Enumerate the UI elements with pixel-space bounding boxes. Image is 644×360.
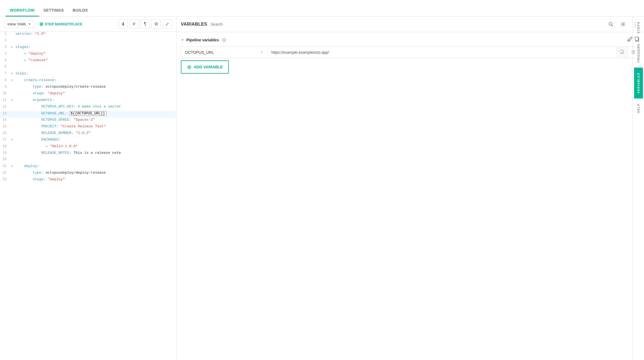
toolbar-icons: ⬇ # ¶ ⧉ ⤢ — [118, 19, 172, 29]
variable-equals: = — [258, 47, 265, 57]
edit-icon-btn[interactable] — [627, 37, 632, 43]
yaml-mode-select[interactable]: Inline YAML ▼ — [4, 20, 34, 28]
code-line-12: 12 OCTOPUS_API_KEY: # make this a secret — [0, 104, 176, 111]
variable-equals-extra — [265, 50, 267, 55]
step-marketplace-label: STEP MARKETPLACE — [45, 22, 82, 26]
code-line-11: 11 ▼ arguments: — [0, 98, 176, 104]
code-line-16: 16 RELEASE_NUMBER: "1.0.2" — [0, 131, 176, 138]
yaml-editor-panel: Inline YAML ▼ ⊞ STEP MARKETPLACE ⬇ # ¶ ⧉… — [0, 17, 176, 360]
variables-panel: VARIABLES ⋮ ▼ Pipeline vari — [176, 17, 644, 360]
code-line-7: 7 ▼ steps: — [0, 71, 176, 78]
chevron-down-icon: ▼ — [28, 23, 31, 26]
add-variable-button[interactable]: ⊕ ADD VARIABLE — [181, 60, 229, 74]
variable-copy-btn[interactable] — [616, 47, 627, 58]
pipeline-variables-section: ▼ Pipeline variables 1 — [181, 37, 640, 74]
code-line-5: 5 – "runbook" — [0, 58, 176, 65]
code-line-18: 18 – "Hello:1.0.0" — [0, 144, 176, 151]
code-line-22: 22 type: octopusdeploy/deploy-release — [0, 171, 176, 177]
pipeline-variables-count: 1 — [221, 37, 227, 42]
copy-small-icon — [620, 50, 624, 54]
svg-line-1 — [612, 25, 613, 26]
code-line-19: 19 RELEASE_NOTES: This is a release note — [0, 151, 176, 157]
code-line-20: 20 — [0, 157, 176, 164]
edit-icon — [627, 37, 632, 42]
pipeline-variables-title: Pipeline variables — [186, 38, 219, 42]
code-line-4: 4 – "deploy" — [0, 52, 176, 58]
code-line-21: 21 ▼ deploy: — [0, 164, 176, 171]
main-content: Inline YAML ▼ ⊞ STEP MARKETPLACE ⬇ # ¶ ⧉… — [0, 17, 644, 360]
tab-workflow[interactable]: WORKFLOW — [6, 5, 39, 17]
sidebar-tab-steps[interactable]: STEPS — [634, 17, 643, 39]
code-line-10: 10 stage: "deploy" — [0, 91, 176, 98]
settings-icon-btn[interactable] — [619, 20, 627, 29]
svg-point-2 — [622, 24, 624, 25]
download-icon-btn[interactable]: ⬇ — [118, 19, 128, 29]
search-icon — [608, 22, 613, 27]
sidebar-tab-help[interactable]: HELP — [634, 98, 643, 118]
editor-toolbar: Inline YAML ▼ ⊞ STEP MARKETPLACE ⬇ # ¶ ⧉… — [0, 17, 176, 32]
hash-icon-btn[interactable]: # — [129, 19, 139, 29]
code-line-1: 1 version: "1.0" — [0, 32, 176, 38]
variable-row-octopus-url: OCTOPUS_URL = https://example.exampleoct… — [181, 46, 640, 58]
code-line-8: 8 ▼ create-release: — [0, 78, 176, 85]
variable-tag-octopus-url: ${{OCTOPUS_URL}} — [69, 111, 106, 116]
yaml-mode-label: Inline YAML — [7, 22, 26, 26]
variable-value[interactable]: https://example.exampleocto.app/ — [267, 47, 616, 57]
copy-icon-btn[interactable]: ⧉ — [151, 19, 161, 29]
tab-settings[interactable]: SETTINGS — [39, 5, 68, 17]
tab-builds[interactable]: BUILDS — [68, 5, 92, 17]
code-line-23: 23 stage: "deploy" — [0, 177, 176, 184]
plus-icon: ⊕ — [187, 64, 192, 70]
top-nav: WORKFLOW SETTINGS BUILDS — [0, 0, 644, 17]
grid-icon: ⊞ — [39, 22, 43, 27]
code-line-14: 14 OCTOPUS_SPACE: "Spaces-2" — [0, 118, 176, 124]
add-variable-label: ADD VARIABLE — [194, 65, 223, 69]
search-input[interactable] — [211, 22, 603, 26]
sidebar-tab-variables[interactable]: VARIABLES — [634, 68, 643, 98]
svg-rect-8 — [620, 50, 623, 53]
right-sidebar: STEPS TRIGGERS VARIABLES HELP — [632, 17, 644, 360]
code-editor[interactable]: 1 version: "1.0" 2 3 ▼ stages: 4 – "de — [0, 32, 176, 360]
gear-icon — [621, 22, 626, 27]
code-line-9: 9 type: octopusdeploy/create-release — [0, 85, 176, 91]
code-line-15: 15 PROJECT: "Create Release Test" — [0, 124, 176, 131]
sidebar-tab-triggers[interactable]: TRIGGERS — [634, 39, 643, 68]
step-marketplace-link[interactable]: ⊞ STEP MARKETPLACE — [39, 22, 82, 27]
code-line-6: 6 — [0, 65, 176, 71]
variables-header: VARIABLES ⋮ — [176, 17, 644, 32]
code-line-17: 17 ▼ PACKAGES: — [0, 138, 176, 144]
search-icon-btn[interactable] — [607, 20, 615, 29]
paragraph-icon-btn[interactable]: ¶ — [140, 19, 150, 29]
variable-name: OCTOPUS_URL — [181, 47, 258, 57]
variables-content: ▼ Pipeline variables 1 — [176, 32, 644, 360]
code-line-3: 3 ▼ stages: — [0, 45, 176, 52]
variables-title: VARIABLES — [181, 22, 207, 27]
code-line-2: 2 — [0, 38, 176, 45]
code-line-13: 13 OCTOPUS_URL: ${{OCTOPUS_URL}} — [0, 111, 176, 118]
pipeline-section-header: ▼ Pipeline variables 1 — [181, 37, 640, 43]
collapse-arrow[interactable]: ▼ — [181, 38, 184, 42]
expand-icon-btn[interactable]: ⤢ — [162, 19, 172, 29]
